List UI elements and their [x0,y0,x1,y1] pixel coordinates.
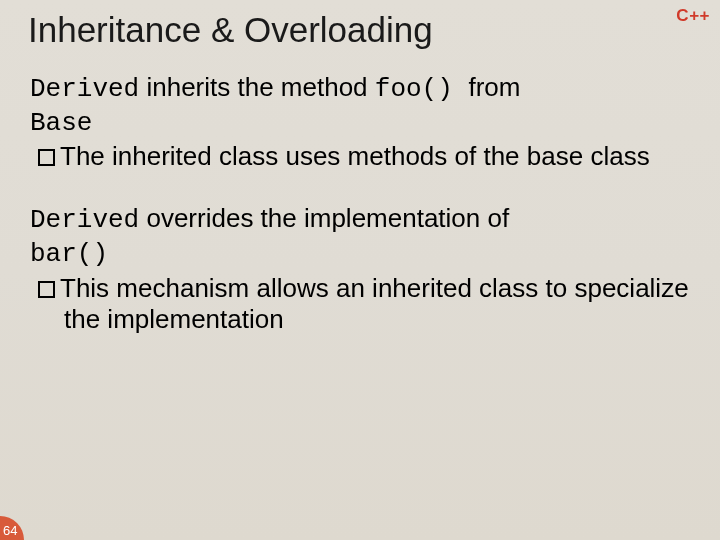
paragraph-2-line: Derived overrides the implementation of … [30,203,690,270]
slide-title: Inheritance & Overloading [28,10,433,50]
code-derived-2: Derived [30,205,139,235]
code-base: Base [30,108,92,138]
text: This mechanism allows an inherited class… [60,273,689,335]
text: inherits the method [139,72,375,102]
paragraph-1-sub: The inherited class uses methods of the … [30,141,690,173]
paragraph-2-sub: This mechanism allows an inherited class… [30,273,690,336]
paragraph-2: Derived overrides the implementation of … [30,203,690,336]
page-number: 64 [0,516,24,540]
bullet-box-icon [38,149,55,166]
bullet-box-icon [38,281,55,298]
paragraph-1: Derived inherits the method foo() from B… [30,72,690,173]
language-badge: C++ [676,6,710,26]
code-foo: foo() [375,74,469,104]
slide: C++ Inheritance & Overloading Derived in… [0,0,720,540]
text: The inherited class uses methods of the … [60,141,650,171]
text: overrides the implementation of [139,203,509,233]
code-derived-1: Derived [30,74,139,104]
text: from [468,72,520,102]
paragraph-1-line: Derived inherits the method foo() from B… [30,72,690,139]
slide-body: Derived inherits the method foo() from B… [30,72,690,366]
code-bar: bar() [30,239,108,269]
